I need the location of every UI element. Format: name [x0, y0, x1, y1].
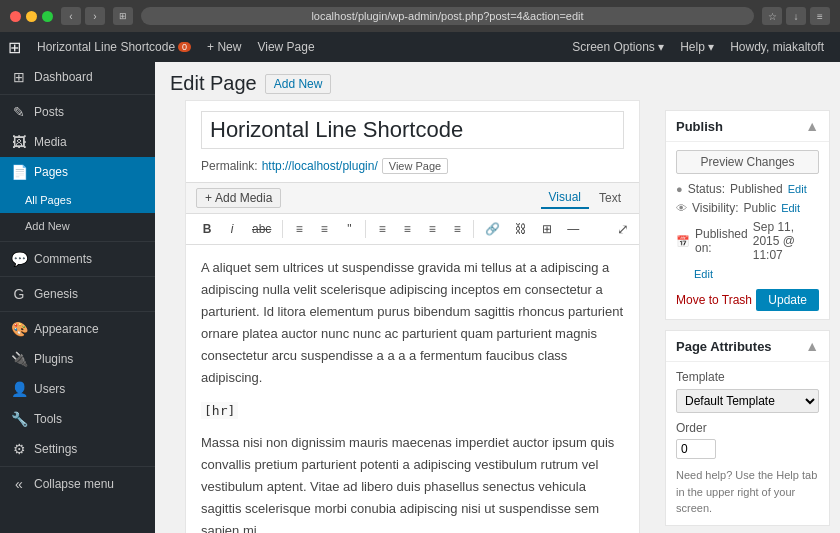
status-label: Status: [688, 182, 725, 196]
publish-box-body: Preview Changes ● Status: Published Edit… [666, 142, 829, 319]
text-tab[interactable]: Text [591, 187, 629, 209]
sidebar-item-posts[interactable]: ✎ Posts [0, 97, 155, 127]
admin-bar-view-page[interactable]: View Page [249, 32, 322, 62]
publish-box-title: Publish [676, 119, 723, 134]
permalink-url[interactable]: http://localhost/plugin/ [262, 159, 378, 173]
align-left-button[interactable]: ≡ [371, 218, 393, 240]
help-btn[interactable]: Help ▾ [672, 32, 722, 62]
sidebar-toggle[interactable]: ⊞ [113, 7, 133, 25]
screen-options-btn[interactable]: Screen Options ▾ [564, 32, 672, 62]
align-right-button[interactable]: ≡ [421, 218, 443, 240]
visual-tab[interactable]: Visual [541, 187, 589, 209]
sidebar-item-dashboard[interactable]: ⊞ Dashboard [0, 62, 155, 92]
sidebar-section-collapse: « Collapse menu [0, 466, 155, 499]
ol-button[interactable]: ≡ [313, 218, 335, 240]
hr-button[interactable]: — [561, 218, 585, 240]
calendar-icon: 📅 [676, 235, 690, 248]
publish-box-header[interactable]: Publish ▲ [666, 111, 829, 142]
italic-button[interactable]: i [221, 218, 243, 240]
close-button[interactable] [10, 11, 21, 22]
publish-status-row: ● Status: Published Edit [676, 182, 819, 196]
view-page-button[interactable]: View Page [382, 158, 448, 174]
page-attributes-body: Template Default Template Order Need hel… [666, 362, 829, 525]
align-justify-button[interactable]: ≡ [446, 218, 468, 240]
page-attributes-header[interactable]: Page Attributes ▲ [666, 331, 829, 362]
media-icon: 🖼 [10, 134, 28, 150]
bookmark-icon[interactable]: ☆ [762, 7, 782, 25]
status-edit-link[interactable]: Edit [788, 183, 807, 195]
published-edit-link[interactable]: Edit [694, 268, 713, 280]
users-icon: 👤 [10, 381, 28, 397]
post-title-area [186, 101, 639, 154]
add-media-button[interactable]: + Add Media [196, 188, 281, 208]
blockquote-button[interactable]: " [338, 218, 360, 240]
ul-button[interactable]: ≡ [288, 218, 310, 240]
preview-changes-button[interactable]: Preview Changes [676, 150, 819, 174]
tools-icon: 🔧 [10, 411, 28, 427]
menu-icon[interactable]: ≡ [810, 7, 830, 25]
sidebar-item-users[interactable]: 👤 Users [0, 374, 155, 404]
visibility-icon: 👁 [676, 202, 687, 214]
address-bar[interactable]: localhost/plugin/wp-admin/post.php?post=… [141, 7, 754, 25]
browser-chrome: ‹ › ⊞ localhost/plugin/wp-admin/post.php… [0, 0, 840, 32]
maximize-button[interactable] [42, 11, 53, 22]
notification-badge: 0 [178, 42, 191, 52]
sidebar-item-media[interactable]: 🖼 Media [0, 127, 155, 157]
comments-icon: 💬 [10, 251, 28, 267]
publish-box-toggle[interactable]: ▲ [805, 118, 819, 134]
page-attributes-box: Page Attributes ▲ Template Default Templ… [665, 330, 830, 526]
publish-action-row: Move to Trash Update [676, 289, 819, 311]
admin-bar-new[interactable]: + New [199, 32, 249, 62]
order-input[interactable] [676, 439, 716, 459]
publish-box: Publish ▲ Preview Changes ● Status: Publ… [665, 110, 830, 320]
plugins-icon: 🔌 [10, 351, 28, 367]
content-header: Edit Page Add New [155, 62, 840, 100]
sidebar-item-comments[interactable]: 💬 Comments [0, 244, 155, 274]
post-title-input[interactable] [201, 111, 624, 149]
toolbar-divider-1 [282, 220, 283, 238]
strikethrough-button[interactable]: abc [246, 218, 277, 240]
add-new-button[interactable]: Add New [265, 74, 332, 94]
sidebar-item-tools[interactable]: 🔧 Tools [0, 404, 155, 434]
insert-button[interactable]: ⊞ [536, 218, 558, 240]
traffic-lights [10, 11, 53, 22]
align-center-button[interactable]: ≡ [396, 218, 418, 240]
page-attributes-title: Page Attributes [676, 339, 772, 354]
editor-content[interactable]: A aliquet sem ultrices ut suspendisse gr… [186, 245, 639, 533]
sidebar-collapse-menu[interactable]: « Collapse menu [0, 469, 155, 499]
admin-bar-site[interactable]: Horizontal Line Shortcode 0 [29, 32, 199, 62]
editor-paragraph-1: A aliquet sem ultrices ut suspendisse gr… [201, 257, 624, 390]
page-attributes-toggle[interactable]: ▲ [805, 338, 819, 354]
sidebar-item-appearance[interactable]: 🎨 Appearance [0, 314, 155, 344]
status-value: Published [730, 182, 783, 196]
link-button[interactable]: 🔗 [479, 218, 506, 240]
sidebar-item-genesis[interactable]: G Genesis [0, 279, 155, 309]
download-icon[interactable]: ↓ [786, 7, 806, 25]
visibility-value: Public [743, 201, 776, 215]
unlink-button[interactable]: ⛓ [509, 218, 533, 240]
permalink-row: Permalink: http://localhost/plugin/ View… [186, 154, 639, 182]
sidebar-item-settings[interactable]: ⚙ Settings [0, 434, 155, 464]
forward-button[interactable]: › [85, 7, 105, 25]
update-button[interactable]: Update [756, 289, 819, 311]
template-select[interactable]: Default Template [676, 389, 819, 413]
nav-buttons: ‹ › [61, 7, 105, 25]
sidebar-section-comments: 💬 Comments [0, 241, 155, 274]
visibility-edit-link[interactable]: Edit [781, 202, 800, 214]
move-to-trash-link[interactable]: Move to Trash [676, 293, 752, 307]
shortcode-tag-1: [hr] [201, 400, 624, 422]
visibility-label: Visibility: [692, 201, 738, 215]
fullscreen-button[interactable]: ⤢ [617, 221, 629, 237]
permalink-label: Permalink: [201, 159, 258, 173]
bold-button[interactable]: B [196, 218, 218, 240]
right-sidebar: Publish ▲ Preview Changes ● Status: Publ… [665, 100, 840, 533]
sidebar-item-plugins[interactable]: 🔌 Plugins [0, 344, 155, 374]
admin-bar-right: Screen Options ▾ Help ▾ Howdy, miakaltof… [564, 32, 832, 62]
back-button[interactable]: ‹ [61, 7, 81, 25]
sidebar-item-pages[interactable]: 📄 Pages [0, 157, 155, 187]
sidebar-item-add-new-page[interactable]: Add New [0, 213, 155, 239]
publish-visibility-row: 👁 Visibility: Public Edit [676, 201, 819, 215]
wp-logo[interactable]: ⊞ [8, 38, 21, 57]
minimize-button[interactable] [26, 11, 37, 22]
sidebar-item-all-pages[interactable]: All Pages [0, 187, 155, 213]
